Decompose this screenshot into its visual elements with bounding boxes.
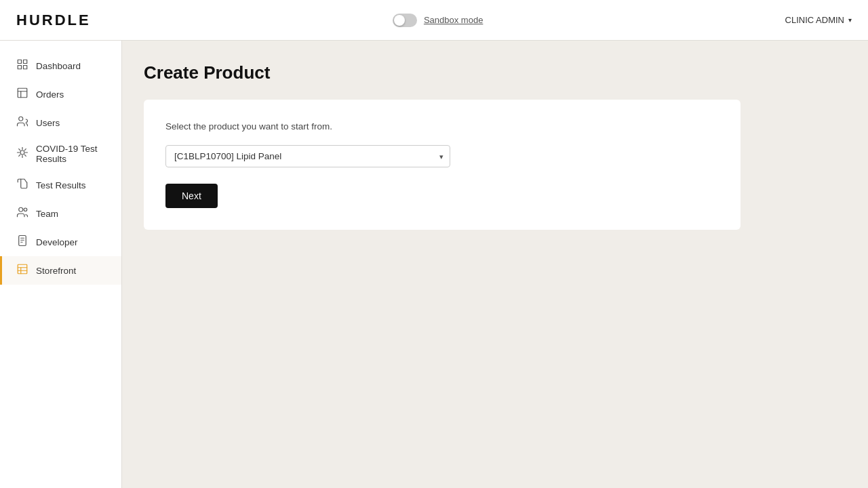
svg-rect-19 <box>19 236 26 246</box>
sidebar-item-covid19[interactable]: COVID-19 Test Results <box>0 137 121 171</box>
svg-rect-1 <box>24 60 27 63</box>
svg-rect-0 <box>18 60 21 63</box>
svg-rect-3 <box>24 66 27 69</box>
storefront-icon <box>16 263 29 278</box>
svg-rect-4 <box>18 88 27 98</box>
sidebar-label-storefront: Storefront <box>36 266 76 276</box>
page-title: Create Product <box>144 62 846 83</box>
sidebar: Dashboard Orders Users COVID-19 Test Res… <box>0 41 122 488</box>
chevron-down-icon: ▾ <box>848 16 852 24</box>
team-icon <box>16 206 29 221</box>
sidebar-label-team: Team <box>36 209 58 219</box>
covid-icon <box>16 146 29 161</box>
svg-line-16 <box>24 149 26 150</box>
svg-point-17 <box>19 207 23 211</box>
app-header: HURDLE Sandbox mode CLINIC ADMIN ▾ <box>0 0 868 41</box>
test-results-icon <box>16 178 29 192</box>
svg-line-15 <box>19 155 20 156</box>
sidebar-label-orders: Orders <box>36 89 64 100</box>
users-icon <box>16 115 29 130</box>
svg-point-7 <box>19 117 23 121</box>
product-select-wrapper: [C1BLP10700] Lipid Panel ▾ <box>165 145 450 167</box>
toggle-track[interactable] <box>393 14 417 27</box>
svg-line-14 <box>24 155 26 156</box>
sidebar-item-users[interactable]: Users <box>0 108 121 137</box>
svg-rect-2 <box>18 66 21 69</box>
user-label: CLINIC ADMIN <box>785 15 844 25</box>
main-content: Create Product Select the product you wa… <box>122 41 868 488</box>
svg-rect-23 <box>18 264 27 274</box>
next-button[interactable]: Next <box>165 184 218 208</box>
sandbox-toggle-area: Sandbox mode <box>393 14 483 27</box>
sandbox-toggle[interactable] <box>393 14 417 27</box>
developer-icon <box>16 235 29 249</box>
sandbox-label[interactable]: Sandbox mode <box>424 15 483 25</box>
svg-point-8 <box>20 150 24 155</box>
orders-icon <box>16 87 29 102</box>
main-layout: Dashboard Orders Users COVID-19 Test Res… <box>0 41 868 488</box>
sidebar-item-test-results[interactable]: Test Results <box>0 171 121 199</box>
product-select[interactable]: [C1BLP10700] Lipid Panel <box>165 145 450 167</box>
create-product-card: Select the product you want to start fro… <box>144 100 741 230</box>
sidebar-item-storefront[interactable]: Storefront <box>0 256 121 285</box>
sidebar-item-developer[interactable]: Developer <box>0 228 121 256</box>
card-instruction: Select the product you want to start fro… <box>165 121 719 131</box>
sidebar-label-covid19: COVID-19 Test Results <box>36 144 108 164</box>
dashboard-icon <box>16 58 29 73</box>
sidebar-item-team[interactable]: Team <box>0 199 121 228</box>
sidebar-label-developer: Developer <box>36 237 78 247</box>
user-menu[interactable]: CLINIC ADMIN ▾ <box>785 15 852 25</box>
sidebar-item-orders[interactable]: Orders <box>0 80 121 108</box>
svg-point-18 <box>24 208 27 211</box>
toggle-thumb <box>394 15 405 26</box>
sidebar-label-dashboard: Dashboard <box>36 61 81 71</box>
sidebar-label-users: Users <box>36 118 60 128</box>
sidebar-label-test-results: Test Results <box>36 180 86 190</box>
svg-line-13 <box>19 149 20 150</box>
sidebar-item-dashboard[interactable]: Dashboard <box>0 52 121 80</box>
app-logo: HURDLE <box>16 12 91 29</box>
